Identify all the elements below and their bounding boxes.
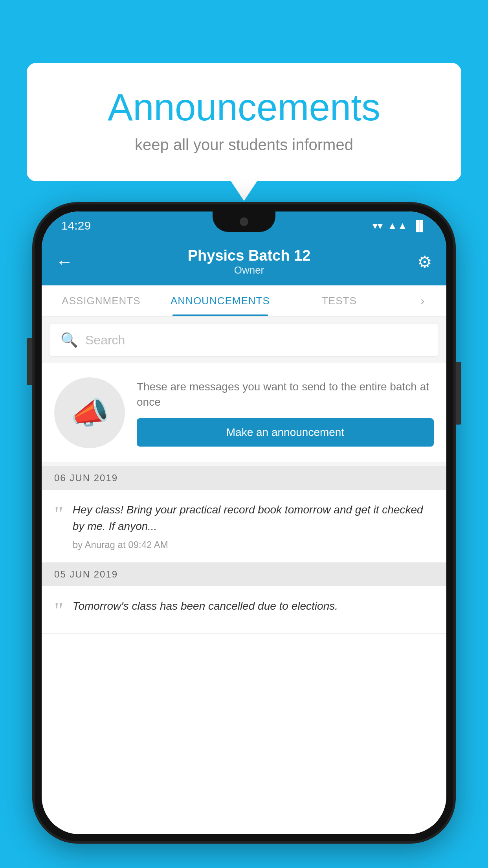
date-divider-1: 05 JUN 2019 [42, 563, 446, 586]
tab-more[interactable]: › [399, 285, 446, 316]
announcement-content-0: Hey class! Bring your practical record b… [73, 502, 434, 550]
tab-assignments[interactable]: ASSIGNMENTS [42, 285, 161, 316]
settings-icon[interactable]: ⚙ [417, 252, 432, 272]
content-area: 🔍 Search 📣 These are messages you want t… [42, 317, 446, 634]
promo-icon-circle: 📣 [54, 377, 125, 448]
app-bar-title-group: Physics Batch 12 Owner [81, 247, 417, 276]
wifi-icon: ▾▾ [372, 220, 383, 232]
status-time: 14:29 [61, 219, 91, 232]
megaphone-icon: 📣 [71, 395, 109, 431]
promo-description: These are messages you want to send to t… [137, 379, 434, 410]
quote-icon-0: " [54, 503, 63, 525]
tab-tests[interactable]: TESTS [280, 285, 399, 316]
search-icon: 🔍 [61, 332, 78, 348]
promo-right: These are messages you want to send to t… [137, 379, 434, 447]
app-bar-subtitle: Owner [81, 264, 417, 276]
announcement-text-0: Hey class! Bring your practical record b… [73, 502, 434, 535]
hero-subtitle: keep all your students informed [58, 136, 430, 154]
phone-wrapper: 14:29 ▾▾ ▲▲ ▐▌ ← Physics Batch 12 Owner … [35, 204, 453, 868]
back-button[interactable]: ← [56, 252, 73, 272]
notch [213, 211, 275, 232]
date-divider-0: 06 JUN 2019 [42, 466, 446, 490]
battery-icon: ▐▌ [412, 220, 427, 232]
phone-outer: 14:29 ▾▾ ▲▲ ▐▌ ← Physics Batch 12 Owner … [35, 204, 453, 841]
app-bar: ← Physics Batch 12 Owner ⚙ [42, 238, 446, 285]
tab-announcements[interactable]: ANNOUNCEMENTS [161, 285, 280, 316]
announcement-item-1[interactable]: " Tomorrow's class has been cancelled du… [42, 586, 446, 634]
notch-camera [240, 217, 248, 226]
make-announcement-button[interactable]: Make an announcement [137, 418, 434, 447]
tabs-bar: ASSIGNMENTS ANNOUNCEMENTS TESTS › [42, 285, 446, 317]
quote-icon-1: " [54, 600, 63, 622]
announcement-meta-0: by Anurag at 09:42 AM [73, 539, 434, 550]
signal-icon: ▲▲ [387, 220, 407, 232]
app-bar-title: Physics Batch 12 [81, 247, 417, 264]
announcement-text-1: Tomorrow's class has been cancelled due … [73, 598, 434, 614]
announcement-item-0[interactable]: " Hey class! Bring your practical record… [42, 490, 446, 563]
search-bar[interactable]: 🔍 Search [50, 324, 438, 356]
hero-card: Announcements keep all your students inf… [27, 63, 461, 181]
hero-title: Announcements [58, 86, 430, 128]
announcement-content-1: Tomorrow's class has been cancelled due … [73, 598, 434, 619]
search-placeholder: Search [85, 333, 125, 348]
status-icons: ▾▾ ▲▲ ▐▌ [372, 220, 427, 232]
promo-section: 📣 These are messages you want to send to… [42, 363, 446, 462]
phone-screen: 14:29 ▾▾ ▲▲ ▐▌ ← Physics Batch 12 Owner … [42, 211, 446, 834]
